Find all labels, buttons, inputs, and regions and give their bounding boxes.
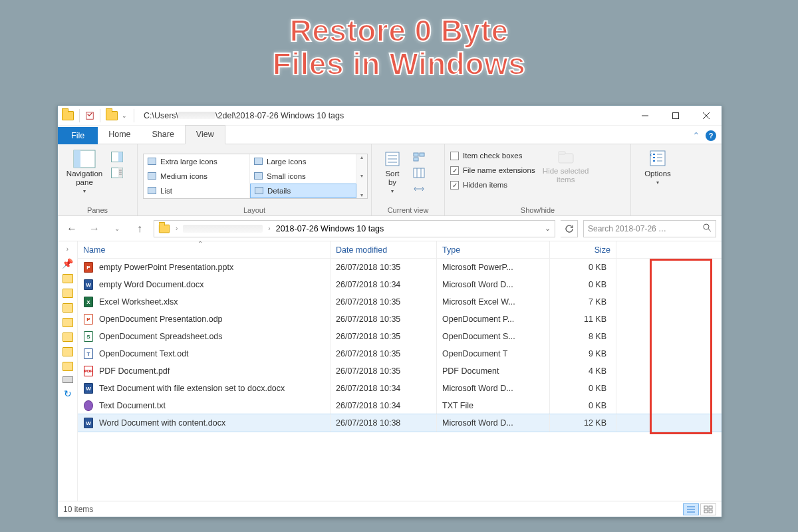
view-icons-button[interactable] (700, 503, 716, 515)
column-size[interactable]: Size (550, 241, 616, 258)
file-type-icon: W (83, 418, 94, 428)
file-name: OpenDocument Text.odt (99, 349, 189, 358)
file-type: Microsoft PowerP... (437, 259, 550, 276)
close-button[interactable] (691, 106, 722, 126)
nav-folder-icon[interactable] (63, 289, 73, 298)
layout-list[interactable]: List (144, 184, 250, 198)
svg-rect-8 (118, 152, 123, 162)
layout-gallery-scroll[interactable]: ▴▾▾ (356, 154, 367, 198)
file-name: OpenDocument Spreadsheet.ods (99, 332, 223, 341)
file-list: ⌃ Name Date modified Type Size Pempty Po… (78, 241, 722, 501)
recent-locations-button[interactable]: ⌄ (108, 220, 126, 237)
help-icon[interactable]: ? (706, 130, 716, 141)
breadcrumb-current[interactable]: 2018-07-26 Windows 10 tags (276, 224, 384, 233)
svg-line-28 (708, 229, 711, 231)
qat-folder-icon[interactable] (106, 111, 118, 120)
breadcrumb[interactable]: › › 2018-07-26 Windows 10 tags ⌄ (154, 220, 555, 237)
nav-folder-icon[interactable] (63, 318, 73, 327)
file-type-icon: S (83, 331, 94, 342)
search-input[interactable]: Search 2018-07-26 … (583, 220, 716, 237)
file-row[interactable]: WText Document with file extension set t… (78, 380, 722, 397)
svg-rect-6 (74, 150, 80, 168)
nav-onedrive-icon[interactable]: ↻ (64, 388, 72, 399)
nav-folder-icon[interactable] (63, 347, 73, 356)
file-name: empty Word Document.docx (99, 280, 203, 289)
layout-medium-icons[interactable]: Medium icons (144, 169, 250, 184)
forward-button: → (86, 220, 103, 237)
nav-folder-icon[interactable] (63, 274, 73, 283)
file-row[interactable]: Pempty PowerPoint Presentation.pptx26/07… (78, 259, 722, 276)
qat-properties-icon[interactable] (85, 111, 94, 120)
layout-large-icons[interactable]: Large icons (250, 154, 356, 169)
svg-rect-24 (559, 154, 573, 163)
layout-details[interactable]: Details (250, 184, 356, 198)
minimize-button[interactable] (630, 106, 660, 126)
options-button[interactable]: Options ▾ (636, 147, 679, 186)
file-size: 4 KB (550, 362, 616, 380)
file-date: 26/07/2018 10:35 (331, 293, 437, 311)
nav-folder-icon[interactable] (63, 332, 73, 342)
nav-folder-icon[interactable] (63, 303, 73, 313)
file-date: 26/07/2018 10:34 (331, 276, 437, 293)
file-row[interactable]: POpenDocument Presentation.odp26/07/2018… (78, 311, 722, 328)
tab-home[interactable]: Home (98, 126, 141, 144)
tab-share[interactable]: Share (142, 126, 185, 144)
layout-gallery[interactable]: Extra large icons Large icons ▴▾▾ Medium… (143, 154, 368, 199)
file-row[interactable]: Wempty Word Document.docx26/07/2018 10:3… (78, 276, 722, 293)
preview-pane-button[interactable] (110, 150, 124, 164)
quick-access-icon[interactable]: 📌 (62, 258, 73, 269)
file-type: TXT File (437, 397, 550, 414)
navigation-pane[interactable]: › 📌 ↻ (58, 241, 78, 501)
nav-expand-icon[interactable]: › (66, 245, 68, 253)
add-columns-button[interactable] (412, 166, 426, 180)
svg-rect-26 (650, 151, 665, 166)
nav-drive-icon[interactable] (63, 376, 73, 383)
tab-file[interactable]: File (58, 127, 98, 144)
file-extensions-toggle[interactable]: ✓File name extensions (450, 163, 535, 178)
file-row[interactable]: WWord Document with content.docx26/07/20… (78, 414, 722, 432)
search-icon (703, 223, 712, 234)
column-headers: ⌃ Name Date modified Type Size (78, 241, 722, 259)
file-row[interactable]: PDFPDF Document.pdf26/07/2018 10:35PDF D… (78, 362, 722, 380)
refresh-button[interactable] (561, 220, 578, 237)
layout-extra-large-icons[interactable]: Extra large icons (144, 154, 250, 169)
file-type: OpenDocument S... (437, 328, 550, 345)
file-type-icon: X (83, 297, 94, 307)
titlebar: ⌄ C:\Users\\2del\2018-07-26 Windows 10 t… (58, 106, 722, 126)
collapse-ribbon-icon[interactable]: ⌃ (692, 130, 700, 141)
hero-title: Restore 0 Byte Files in Windows (0, 0, 798, 80)
details-pane-button[interactable] (110, 166, 124, 180)
file-row[interactable]: TOpenDocument Text.odt26/07/2018 10:35Op… (78, 345, 722, 362)
file-size: 0 KB (550, 276, 616, 293)
sort-by-button[interactable]: Sort by ▾ (377, 147, 408, 194)
hidden-items-toggle[interactable]: ✓Hidden items (450, 178, 535, 192)
maximize-button[interactable] (660, 106, 691, 126)
column-type[interactable]: Type (437, 241, 550, 258)
breadcrumb-dropdown-icon[interactable]: ⌄ (545, 224, 551, 233)
file-row[interactable]: Text Document.txt26/07/2018 10:34TXT Fil… (78, 397, 722, 414)
column-date[interactable]: Date modified (331, 241, 437, 258)
file-type-icon: W (83, 279, 94, 290)
file-row[interactable]: SOpenDocument Spreadsheet.ods26/07/2018 … (78, 328, 722, 345)
layout-small-icons[interactable]: Small icons (250, 169, 356, 184)
size-columns-button[interactable] (412, 182, 426, 196)
file-name: Excel Worksheet.xlsx (99, 297, 178, 307)
navigation-pane-button[interactable]: Navigation pane ▾ (63, 147, 106, 194)
column-name[interactable]: Name (78, 241, 331, 258)
file-explorer-window: ⌄ C:\Users\\2del\2018-07-26 Windows 10 t… (57, 105, 722, 517)
group-by-button[interactable] (412, 150, 426, 164)
item-checkboxes-toggle[interactable]: Item check boxes (450, 148, 535, 163)
up-button[interactable]: ↑ (131, 220, 148, 237)
file-size: 7 KB (550, 293, 616, 311)
file-date: 26/07/2018 10:34 (331, 380, 437, 397)
view-details-button[interactable] (683, 503, 699, 515)
nav-folder-icon[interactable] (63, 362, 73, 371)
svg-rect-18 (414, 153, 418, 156)
back-button[interactable]: ← (63, 220, 80, 237)
qat-dropdown-icon[interactable]: ⌄ (120, 112, 128, 119)
tab-view[interactable]: View (185, 125, 225, 144)
file-row[interactable]: XExcel Worksheet.xlsx26/07/2018 10:35Mic… (78, 293, 722, 311)
file-date: 26/07/2018 10:34 (331, 397, 437, 414)
item-count: 10 items (63, 505, 93, 514)
group-label-layout: Layout (143, 205, 366, 214)
